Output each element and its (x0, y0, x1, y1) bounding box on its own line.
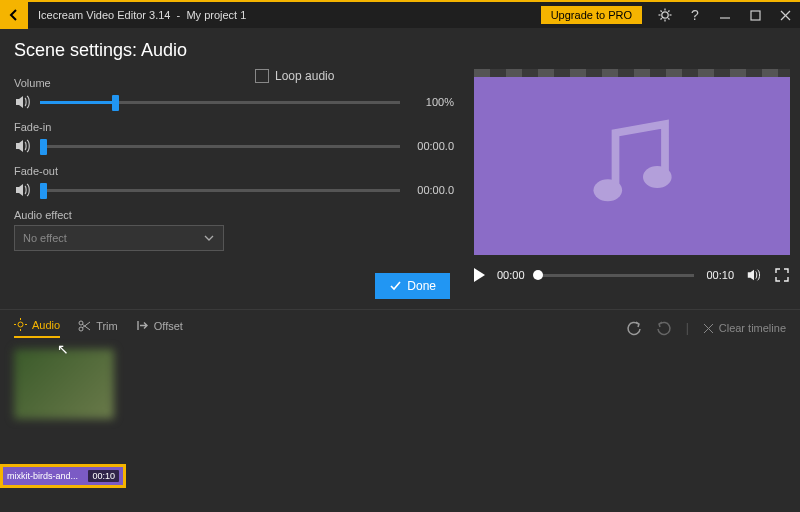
loop-checkbox-row[interactable]: Loop audio (255, 69, 334, 83)
effect-selected: No effect (23, 232, 67, 244)
back-button[interactable] (0, 1, 28, 29)
redo-button[interactable] (656, 320, 672, 336)
video-track[interactable] (14, 344, 786, 424)
volume-label: Volume (14, 77, 454, 89)
loop-checkbox[interactable] (255, 69, 269, 83)
audio-clip-duration: 00:10 (88, 470, 119, 482)
audio-clip-name: mixkit-birds-and... (7, 471, 78, 481)
fadein-value: 00:00.0 (408, 140, 454, 152)
speaker-icon[interactable] (14, 181, 32, 199)
fadeout-slider[interactable] (40, 181, 400, 199)
svg-point-14 (643, 166, 672, 188)
done-button[interactable]: Done (375, 273, 450, 299)
loop-label: Loop audio (275, 69, 334, 83)
settings-icon[interactable] (650, 1, 680, 29)
scissors-icon (78, 319, 91, 332)
svg-line-7 (661, 18, 662, 19)
help-icon[interactable]: ? (680, 1, 710, 29)
undo-button[interactable] (626, 320, 642, 336)
upgrade-button[interactable]: Upgrade to PRO (541, 6, 642, 24)
time-current: 00:00 (497, 269, 525, 281)
effect-label: Audio effect (14, 209, 454, 221)
clear-timeline-button[interactable]: Clear timeline (703, 322, 786, 334)
close-icon (703, 323, 714, 334)
timeline[interactable]: mixkit-birds-and... 00:10 (0, 344, 800, 494)
timeline-tabs: Audio Trim Offset | Clear timeline (0, 309, 800, 344)
fullscreen-icon[interactable] (774, 267, 790, 283)
fadeout-label: Fade-out (14, 165, 454, 177)
chevron-down-icon (203, 232, 215, 244)
svg-line-5 (661, 11, 662, 12)
time-total: 00:10 (706, 269, 734, 281)
progress-bar[interactable] (537, 274, 695, 277)
close-button[interactable] (770, 1, 800, 29)
tab-offset[interactable]: Offset (136, 319, 183, 337)
app-title: Icecream Video Editor 3.14 - My project … (38, 9, 246, 21)
playback-controls: 00:00 00:10 (474, 267, 790, 283)
play-button[interactable] (474, 268, 485, 282)
preview-area (474, 77, 790, 255)
svg-line-6 (668, 18, 669, 19)
titlebar: Icecream Video Editor 3.14 - My project … (0, 0, 800, 28)
audio-clip[interactable]: mixkit-birds-and... 00:10 (0, 464, 126, 488)
svg-rect-10 (751, 11, 760, 20)
fadein-slider[interactable] (40, 137, 400, 155)
tab-trim[interactable]: Trim (78, 319, 118, 337)
settings-panel: Volume 100% Fade-in 00:00.0 Fade-out 00:… (14, 67, 454, 299)
page-title: Scene settings: Audio (0, 28, 800, 67)
effect-select[interactable]: No effect (14, 225, 224, 251)
music-note-icon (577, 111, 687, 221)
volume-value: 100% (408, 96, 454, 108)
check-icon (389, 280, 401, 292)
volume-slider[interactable] (40, 93, 400, 111)
speaker-icon[interactable] (14, 93, 32, 111)
offset-icon (136, 319, 149, 332)
fadeout-value: 00:00.0 (408, 184, 454, 196)
minimize-button[interactable] (710, 1, 740, 29)
tab-audio[interactable]: Audio (14, 318, 60, 338)
svg-point-13 (594, 179, 623, 201)
fadein-label: Fade-in (14, 121, 454, 133)
volume-icon[interactable] (746, 267, 762, 283)
svg-point-0 (662, 12, 668, 18)
svg-line-8 (668, 11, 669, 12)
preview-panel: 00:00 00:10 (474, 67, 790, 299)
svg-point-15 (18, 322, 23, 327)
speaker-icon[interactable] (14, 137, 32, 155)
maximize-button[interactable] (740, 1, 770, 29)
video-clip-thumb[interactable] (14, 349, 114, 419)
gear-icon (14, 318, 27, 331)
